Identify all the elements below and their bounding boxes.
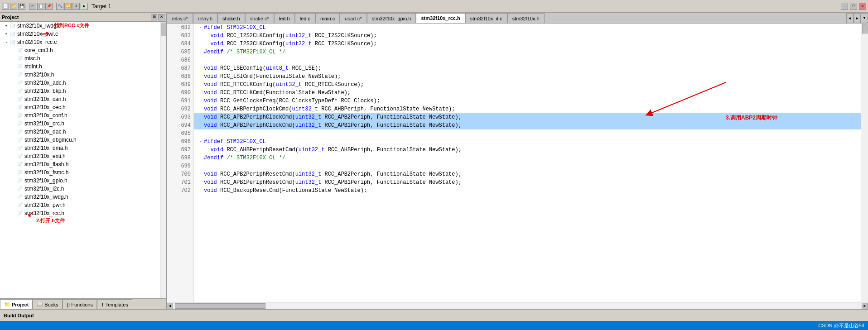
code-line-684: void RCC_I2S3CLKConfig(uint32_t RCC_I2S3… [194, 40, 861, 48]
tab-it-c[interactable]: stm32f10x_it.c [465, 13, 507, 23]
expand-icon [11, 138, 16, 142]
tree-item-fsmc[interactable]: 📄 stm32f10x_fsmc.h [0, 168, 166, 177]
file-name: stm32f10x_cec.h [24, 104, 66, 110]
float-icon[interactable]: ⊞ [151, 14, 157, 20]
tab-relay-h[interactable]: relay.h [193, 13, 217, 23]
editor-scrollbar-h[interactable]: ◀ ▶ [167, 302, 868, 309]
code-line-683: void RCC_I2S2CLKConfig(uint32_t RCC_I2S2… [194, 32, 861, 40]
editor-area: relay.c* relay.h shake.h shake.c* led.h … [167, 13, 868, 309]
tab-functions[interactable]: {} Functions [63, 299, 97, 309]
gutter-685 [198, 48, 204, 56]
file-name: stm32f10x_pwr.c [17, 31, 58, 37]
tree-item-exti[interactable]: 📄 stm32f10x_exti.h [0, 152, 166, 160]
tab-shake-c[interactable]: shake.c* [245, 13, 274, 23]
file-name: stm32f10x_crc.h [24, 120, 64, 127]
line-num-693: 693 [167, 113, 193, 121]
download-icon[interactable]: ⬇ [72, 3, 80, 10]
tab-main-c[interactable]: main.c [315, 13, 340, 23]
tab-led-h[interactable]: led.h [274, 13, 295, 23]
gutter-702 [198, 187, 204, 195]
debug-icon[interactable]: ▶ [81, 3, 88, 10]
expand-icon: - [4, 40, 9, 44]
maximize-icon[interactable]: □ [850, 3, 857, 10]
code-content[interactable]: - #ifdef STM32F10X_CL void RCC_I2S2CLKCo… [194, 24, 861, 302]
tab-shake-h[interactable]: shake.h [217, 13, 245, 23]
tab-led-c[interactable]: led.c [295, 13, 315, 23]
tab-books[interactable]: 📖 Books [33, 299, 63, 309]
annotation-2: 2.打开.h文件 [36, 217, 65, 224]
tab-scroll-right[interactable]: ▶ [854, 13, 861, 23]
paste-icon[interactable]: 📌 [45, 3, 53, 10]
tab-usart-c[interactable]: usart.c* [340, 13, 366, 23]
tree-item-can[interactable]: 📄 stm32f10x_can.h [0, 95, 166, 103]
file-name: core_cm3.h [24, 47, 53, 53]
tree-item-adc[interactable]: 📄 stm32f10x_adc.h [0, 79, 166, 87]
line-num-683: 683 [167, 32, 193, 40]
code-text-695 [204, 129, 207, 138]
minimize-icon[interactable]: ─ [841, 3, 848, 10]
open-icon[interactable]: 📂 [10, 3, 17, 10]
tree-item-rcc-c[interactable]: - 📄 stm32f10x_rcc.c 1.在外设文件夹FWNBIL中 找到RC… [0, 38, 166, 46]
gutter-700 [198, 170, 204, 178]
file-icon-h: 📄 [16, 120, 24, 127]
file-name: stm32f10x_can.h [24, 96, 66, 102]
copy-icon[interactable]: 📋 [37, 3, 44, 10]
close-panel-icon[interactable]: ✕ [158, 14, 164, 20]
expand-icon [11, 105, 16, 110]
tab-gpio-h[interactable]: stm32f10x_gpio.h [367, 13, 416, 23]
code-text-701: void RCC_APB1PeriphResetCmd(uint32_t RCC… [204, 178, 462, 187]
code-text-686 [204, 56, 207, 64]
tree-item-dbgmcu[interactable]: 📄 stm32f10x_dbgmcu.h [0, 136, 166, 144]
project-header: Project ⊞ ✕ [0, 13, 166, 22]
rebuild-icon[interactable]: 🔁 [64, 3, 72, 10]
scrollbar-thumb-h[interactable] [175, 303, 265, 309]
tab-relay-c[interactable]: relay.c* [167, 13, 193, 23]
tab-stm32-h[interactable]: stm32f10x.h [507, 13, 545, 23]
save-icon[interactable]: 💾 [18, 3, 25, 10]
tree-item-dma[interactable]: 📄 stm32f10x_dma.h [0, 144, 166, 152]
code-line-695 [194, 129, 861, 138]
tree-item-i2c[interactable]: 📄 stm32f10x_i2c.h [0, 185, 166, 193]
tree-item-stm32h[interactable]: 📄 stm32f10x.h [0, 71, 166, 79]
scroll-right-btn[interactable]: ▶ [862, 303, 868, 309]
tree-item-misc[interactable]: 📄 misc.h [0, 54, 166, 62]
file-name: stm32f10x_dbgmcu.h [24, 137, 77, 143]
code-line-701: void RCC_APB1PeriphResetCmd(uint32_t RCC… [194, 178, 861, 187]
tree-item-rcc-h[interactable]: 📄 stm32f10x_rcc.h [0, 209, 166, 217]
new-file-icon[interactable]: 📄 [2, 3, 9, 10]
cut-icon[interactable]: ✂ [29, 3, 36, 10]
separator2 [53, 3, 55, 10]
tree-item-bkp[interactable]: 📄 stm32f10x_bkp.h [0, 87, 166, 95]
tab-templates[interactable]: T Templates [97, 299, 132, 309]
gutter-689 [198, 81, 204, 89]
close-icon[interactable]: ✕ [859, 3, 866, 10]
editor-scrollbar-v[interactable] [861, 24, 868, 302]
tab-rcc-h[interactable]: stm32f10x_rcc.h [416, 13, 465, 23]
tree-item-cec[interactable]: 📄 stm32f10x_cec.h [0, 103, 166, 111]
tab-scroll-left[interactable]: ◀ [846, 13, 854, 23]
tab-dropdown[interactable]: ▼ [861, 13, 868, 23]
gutter-695 [198, 129, 204, 138]
file-name: stm32f10x_bkp.h [24, 88, 66, 94]
tree-item-core-cm3[interactable]: 📄 core_cm3.h [0, 46, 166, 54]
project-scrollbar-v[interactable] [160, 22, 166, 298]
tab-project[interactable]: 📁 Project [0, 299, 33, 309]
build-icon[interactable]: 🔨 [56, 3, 63, 10]
tree-item-flash[interactable]: 📄 stm32f10x_flash.h [0, 160, 166, 168]
tree-item-crc[interactable]: 📄 stm32f10x_crc.h [0, 120, 166, 128]
expand-icon [11, 56, 16, 61]
tree-item-conf[interactable]: 📄 stm32f10x_conf.h [0, 111, 166, 120]
file-name: stm32f10x_gpio.h [24, 177, 68, 184]
scroll-left-btn[interactable]: ◀ [167, 303, 173, 309]
tree-item-pwr-c[interactable]: + 📄 stm32f10x_pwr.c [0, 30, 166, 38]
file-name: misc.h [24, 55, 40, 62]
file-name: stm32f10x_dac.h [24, 129, 66, 135]
tree-item-iwdg-h[interactable]: 📄 stm32f10x_iwdg.h [0, 193, 166, 201]
tree-item-stdint[interactable]: 📄 stdint.h [0, 62, 166, 71]
code-line-682: - #ifdef STM32F10X_CL [194, 24, 861, 32]
tree-item-pwr-h[interactable]: 📄 stm32f10x_pwr.h [0, 201, 166, 209]
tree-item-iwdg-c[interactable]: + 📄 stm32f10x_iwdg.c [0, 22, 166, 30]
tree-item-gpio[interactable]: 📄 stm32f10x_gpio.h [0, 177, 166, 185]
code-line-688: void RCC_LSICmd(FunctionalState NewState… [194, 72, 861, 81]
tree-item-dac[interactable]: 📄 stm32f10x_dac.h [0, 128, 166, 136]
